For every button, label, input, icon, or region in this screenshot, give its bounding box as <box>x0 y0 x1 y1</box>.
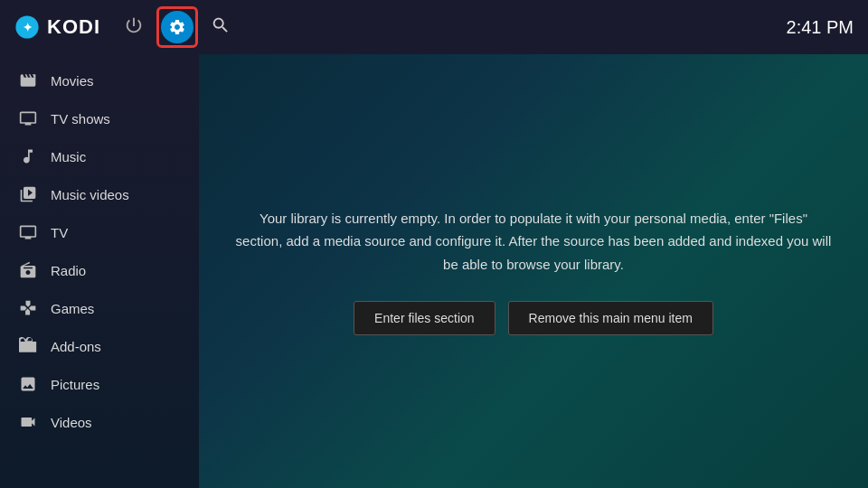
musicvideos-label: Music videos <box>51 187 129 202</box>
top-bar-icons <box>120 6 234 48</box>
movies-label: Movies <box>51 73 94 89</box>
sidebar-item-tv[interactable]: TV <box>0 213 199 251</box>
content-area: Your library is currently empty. In orde… <box>199 54 868 488</box>
top-bar: ✦ KODI 2:41 PM <box>0 0 868 54</box>
pictures-label: Pictures <box>51 377 99 392</box>
sidebar-item-music[interactable]: Music <box>0 137 199 175</box>
tv-icon <box>18 222 38 242</box>
empty-library-box: Your library is currently empty. In orde… <box>235 207 832 336</box>
top-bar-left: ✦ KODI <box>14 6 234 48</box>
videos-label: Videos <box>51 415 92 430</box>
sidebar-item-pictures[interactable]: Pictures <box>0 365 199 403</box>
addons-label: Add-ons <box>51 339 101 354</box>
games-label: Games <box>51 301 94 316</box>
power-button[interactable] <box>120 12 147 43</box>
svg-text:✦: ✦ <box>23 22 33 34</box>
sidebar-item-tvshows[interactable]: TV shows <box>0 99 199 137</box>
music-icon <box>18 146 38 166</box>
radio-icon <box>18 260 38 280</box>
clock-display: 2:41 PM <box>787 17 854 38</box>
sidebar-item-videos[interactable]: Videos <box>0 403 199 441</box>
search-button[interactable] <box>207 12 234 43</box>
movies-icon <box>18 70 38 90</box>
tvshows-icon <box>18 108 38 128</box>
empty-library-message: Your library is currently empty. In orde… <box>235 207 832 277</box>
remove-menu-item-button[interactable]: Remove this main menu item <box>508 301 713 335</box>
videos-icon <box>18 412 38 432</box>
sidebar: Movies TV shows Music Music videos TV <box>0 54 199 488</box>
games-icon <box>18 298 38 318</box>
sidebar-item-musicvideos[interactable]: Music videos <box>0 175 199 213</box>
tvshows-label: TV shows <box>51 111 110 127</box>
enter-files-button[interactable]: Enter files section <box>354 301 495 335</box>
settings-button-wrapper <box>156 6 198 48</box>
addons-icon <box>18 336 38 356</box>
settings-button[interactable] <box>161 11 193 43</box>
main-content: Movies TV shows Music Music videos TV <box>0 54 868 488</box>
sidebar-item-games[interactable]: Games <box>0 289 199 327</box>
music-label: Music <box>51 149 86 164</box>
kodi-logo: ✦ KODI <box>14 14 100 40</box>
kodi-logo-icon: ✦ <box>14 14 40 40</box>
app-title: KODI <box>47 15 100 39</box>
sidebar-item-addons[interactable]: Add-ons <box>0 327 199 365</box>
pictures-icon <box>18 374 38 394</box>
radio-label: Radio <box>51 263 86 278</box>
tv-label: TV <box>51 225 68 240</box>
sidebar-item-movies[interactable]: Movies <box>0 61 199 99</box>
button-row: Enter files section Remove this main men… <box>235 301 832 335</box>
musicvideos-icon <box>18 184 38 204</box>
sidebar-item-radio[interactable]: Radio <box>0 251 199 289</box>
